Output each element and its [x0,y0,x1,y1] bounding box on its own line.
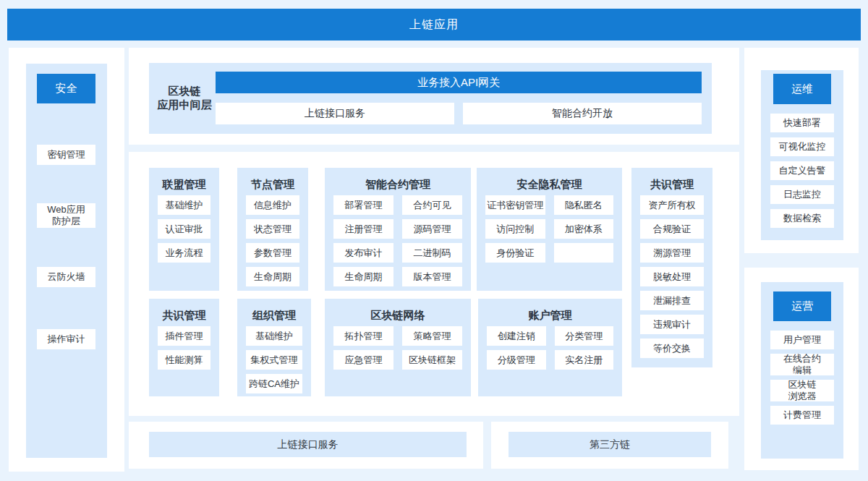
operation-item-billing-management: 计费管理 [770,406,834,425]
group-security-privacy-management: 安全隐私管理 证书密钥管理 隐私匿名 访问控制 加密体系 身份验证 [477,168,622,291]
module-item: 版本管理 [402,267,462,286]
module-item: 创建注销 [487,326,546,346]
module-grid-panel: 联盟管理 基础维护 认证审批 业务流程 节点管理 信息维护 状态管理 参数管理 … [129,152,739,416]
ops-item-visual-monitoring: 可视化监控 [770,137,834,156]
module-item: 应急管理 [333,350,393,370]
group-items: 信息维护 状态管理 参数管理 生命周期 [246,195,299,286]
third-party-chain-bar: 第三方链 [509,432,711,457]
module-item: 隐私匿名 [554,195,614,215]
api-gateway-bar: 业务接入API网关 [216,72,702,93]
security-item-web-app-firewall: Web应用 防护层 [37,203,95,228]
group-title: 账户管理 [487,305,613,326]
module-item: 溯源管理 [640,243,704,263]
module-item: 脱敏处理 [640,267,704,286]
module-item: 信息维护 [246,195,299,215]
module-item: 基础维护 [158,195,210,215]
middleware-panel: 区块链 应用中间层 业务接入API网关 上链接口服务 智能合约开放 [129,48,739,145]
module-item: 二进制码 [402,243,462,263]
module-item: 策略管理 [402,326,462,346]
group-alliance-management: 联盟管理 基础维护 认证审批 业务流程 [149,168,219,291]
module-item: 生命周期 [333,267,393,286]
top-banner: 上链应用 [7,9,861,41]
module-item: 参数管理 [246,243,299,263]
ops-panel: 运维 快速部署 可视化监控 自定义告警 日志监控 数据检索 [744,48,859,253]
module-item: 等价交换 [640,339,704,358]
module-item: 插件管理 [158,326,210,346]
middleware-label: 区块链 应用中间层 [152,63,217,134]
security-item-cloud-firewall: 云防火墙 [37,267,95,287]
service-chain-interface: 上链接口服务 [216,103,454,124]
group-items: 证书密钥管理 隐私匿名 访问控制 加密体系 身份验证 [485,195,613,263]
module-item: 合约可见 [402,195,462,215]
operation-item-user-management: 用户管理 [770,331,834,349]
group-title: 智能合约管理 [333,174,462,195]
group-title: 安全隐私管理 [485,174,613,195]
group-blockchain-network: 区块链网络 拓扑管理 策略管理 应急管理 区块链框架 [325,299,471,396]
module-item: 基础维护 [246,326,302,346]
group-title: 共识管理 [640,174,704,195]
module-item: 生命周期 [246,267,299,286]
group-organization-management: 组织管理 基础维护 集权式管理 跨链CA维护 [237,299,311,396]
group-items: 资产所有权 合规验证 溯源管理 脱敏处理 泄漏排查 违规审计 等价交换 [640,195,704,358]
ops-item-custom-alert: 自定义告警 [770,161,834,180]
module-item: 分类管理 [555,326,614,346]
module-item: 访问控制 [485,219,545,239]
bottom-left-panel: 上链接口服务 [129,422,483,469]
service-smart-contract-open: 智能合约开放 [463,103,702,124]
module-item: 分级管理 [487,350,546,370]
ops-item-data-search: 数据检索 [770,209,834,228]
group-title: 联盟管理 [158,174,210,195]
group-node-management: 节点管理 信息维护 状态管理 参数管理 生命周期 [237,168,308,291]
security-item-operation-audit: 操作审计 [37,329,95,349]
ops-header: 运维 [773,74,831,104]
module-item: 集权式管理 [246,350,302,370]
chain-interface-service-bar: 上链接口服务 [149,432,467,457]
security-header: 安全 [37,74,95,103]
module-item-empty [554,243,614,263]
module-item: 跨链CA维护 [246,374,302,393]
ops-item-quick-deploy: 快速部署 [770,114,834,132]
group-title: 节点管理 [246,174,299,195]
group-items: 基础维护 集权式管理 跨链CA维护 [246,326,302,393]
group-items: 插件管理 性能测算 [158,326,210,370]
module-item: 发布审计 [333,243,393,263]
security-item-key-management: 密钥管理 [37,145,95,165]
module-item: 身份验证 [485,243,545,263]
group-items: 创建注销 分类管理 分级管理 实名注册 [487,326,613,370]
group-title: 共识管理 [158,305,210,326]
operation-header: 运营 [773,291,831,321]
module-item: 拓扑管理 [333,326,393,346]
operation-column: 运营 用户管理 在线合约 编辑 区块链 浏览器 计费管理 [761,282,843,459]
operation-panel: 运营 用户管理 在线合约 编辑 区块链 浏览器 计费管理 [744,268,859,470]
module-item: 源码管理 [402,219,462,239]
module-item: 泄漏排查 [640,291,704,310]
module-item: 状态管理 [246,219,299,239]
module-item: 注册管理 [333,219,393,239]
operation-item-online-contract-edit: 在线合约 编辑 [770,354,834,375]
ops-item-log-monitoring: 日志监控 [770,185,834,204]
module-item: 资产所有权 [640,195,704,215]
module-item: 区块链框架 [402,350,462,370]
group-title: 区块链网络 [333,305,462,326]
operation-item-blockchain-browser: 区块链 浏览器 [770,380,834,401]
group-consensus-management: 共识管理 插件管理 性能测算 [149,299,219,396]
ops-column: 运维 快速部署 可视化监控 自定义告警 日志监控 数据检索 [761,70,843,240]
module-item: 业务流程 [158,243,210,263]
middleware-box: 区块链 应用中间层 业务接入API网关 上链接口服务 智能合约开放 [149,63,712,134]
bottom-right-panel: 第三方链 [491,422,728,469]
module-item: 性能测算 [158,350,210,370]
top-banner-title: 上链应用 [409,17,459,33]
group-consensus-management-tall: 共识管理 资产所有权 合规验证 溯源管理 脱敏处理 泄漏排查 违规审计 等价交换 [631,168,712,367]
group-title: 组织管理 [246,305,302,326]
group-items: 基础维护 认证审批 业务流程 [158,195,210,263]
module-item: 证书密钥管理 [485,195,545,215]
module-item: 合规验证 [640,219,704,239]
security-column: 安全 密钥管理 Web应用 防护层 云防火墙 操作审计 [26,64,107,458]
module-item: 违规审计 [640,315,704,334]
group-items: 部署管理 合约可见 注册管理 源码管理 发布审计 二进制码 生命周期 版本管理 [333,195,462,286]
group-account-management: 账户管理 创建注销 分类管理 分级管理 实名注册 [478,299,622,396]
group-smart-contract-management: 智能合约管理 部署管理 合约可见 注册管理 源码管理 发布审计 二进制码 生命周… [325,168,471,291]
module-item: 认证审批 [158,219,210,239]
module-item: 加密体系 [554,219,614,239]
group-items: 拓扑管理 策略管理 应急管理 区块链框架 [333,326,462,370]
